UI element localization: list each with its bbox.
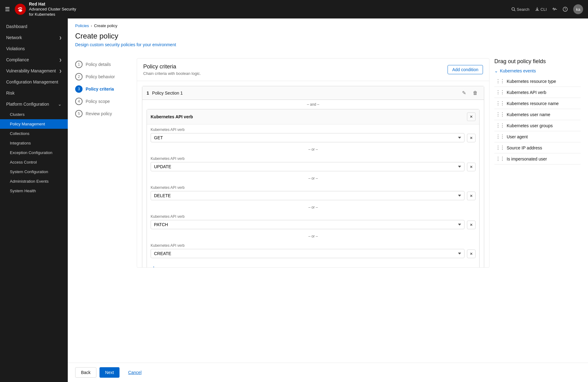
remove-verb-3-button[interactable]: ✕ [467, 192, 476, 200]
breadcrumb: Policies › Create policy [75, 23, 581, 28]
verb-select-2[interactable]: GET POST PUT DELETE PATCH UPDATE CREATE [151, 162, 464, 171]
app-logo: Red Hat Advanced Cluster Security for Ku… [15, 1, 511, 17]
step-2: 2 Policy behavior [75, 71, 131, 83]
step-5: 5 Review policy [75, 108, 131, 120]
edit-section-button[interactable]: ✎ [460, 89, 468, 96]
app-subtitle: for Kubernetes [29, 12, 76, 17]
field-label: Kubernetes user name [507, 112, 550, 117]
field-item-k8s-resource-name[interactable]: ⋮⋮ Kubernetes resource name [494, 98, 581, 109]
field-item-is-impersonated-user[interactable]: ⋮⋮ Is impersonated user [494, 153, 581, 165]
remove-verb-2-button[interactable]: ✕ [467, 163, 476, 171]
help-icon[interactable]: ? [563, 7, 568, 12]
field-item-k8s-resource-type[interactable]: ⋮⋮ Kubernetes resource type [494, 76, 581, 87]
verb-card-header: Kubernetes API verb ✕ [147, 109, 479, 124]
delete-section-button[interactable]: 🗑 [471, 90, 480, 96]
field-group-header[interactable]: ⌄ Kubernetes events [494, 68, 581, 73]
criteria-subtitle: Chain criteria with boolean logic. [143, 71, 201, 76]
remove-verb-1-button[interactable]: ✕ [467, 134, 476, 142]
field-label: Kubernetes resource name [507, 101, 559, 106]
sidebar-item-access-control[interactable]: Access Control [0, 157, 68, 167]
verb-card: Kubernetes API verb ✕ Kubernetes API ver… [147, 109, 480, 267]
section-num: 1 [147, 91, 149, 96]
step-5-label: Review policy [86, 111, 112, 116]
sidebar-item-dashboard[interactable]: Dashboard [0, 21, 68, 32]
verb-row-3: Kubernetes API verb GET POST PUT DELETE … [147, 182, 479, 203]
verb-row-4: Kubernetes API verb GET POST PUT DELETE … [147, 211, 479, 232]
sidebar-item-administration-events[interactable]: Administration Events [0, 177, 68, 186]
chevron-right-icon: ❯ [59, 69, 62, 73]
page-title: Create policy [75, 32, 581, 40]
search-action[interactable]: Search [511, 7, 529, 12]
field-item-source-ip-address[interactable]: ⋮⋮ Source IP address [494, 142, 581, 153]
redhat-logo-icon [15, 4, 26, 15]
field-item-user-agent[interactable]: ⋮⋮ User agent [494, 131, 581, 142]
step-3-label: Policy criteria [86, 87, 114, 91]
verb-row-1: Kubernetes API verb GET POST PUT DELETE … [147, 124, 479, 145]
sidebar-item-collections[interactable]: Collections [0, 129, 68, 138]
verb-select-3[interactable]: GET POST PUT DELETE PATCH UPDATE CREATE [151, 191, 464, 200]
field-item-k8s-api-verb[interactable]: ⋮⋮ Kubernetes API verb [494, 87, 581, 98]
field-label: Kubernetes user groups [507, 123, 553, 128]
verb-select-4[interactable]: GET POST PUT DELETE PATCH UPDATE CREATE [151, 220, 464, 229]
field-label: Source IP address [507, 145, 542, 150]
verb-label-2: Kubernetes API verb [151, 156, 464, 161]
verb-select-5[interactable]: GET POST PUT DELETE PATCH UPDATE CREATE [151, 249, 464, 258]
or-label-1: – or – [147, 145, 479, 153]
add-condition-button[interactable]: Add condition [448, 65, 483, 74]
svg-line-3 [514, 10, 515, 11]
sidebar-item-configuration-management[interactable]: Configuration Management [0, 76, 68, 87]
breadcrumb-current: Create policy [94, 23, 117, 28]
cancel-button[interactable]: Cancel [123, 367, 147, 378]
verb-label-3: Kubernetes API verb [151, 185, 464, 190]
fields-title: Drag out policy fields [494, 58, 581, 65]
verb-label-1: Kubernetes API verb [151, 128, 464, 132]
sidebar-item-clusters[interactable]: Clusters [0, 110, 68, 119]
verb-field-4: Kubernetes API verb GET POST PUT DELETE … [151, 214, 464, 229]
drag-icon: ⋮⋮ [496, 89, 504, 95]
section-body: – and – Kubernetes API verb ✕ [142, 100, 484, 267]
field-item-k8s-user-name[interactable]: ⋮⋮ Kubernetes user name [494, 109, 581, 120]
drag-icon: ⋮⋮ [496, 123, 504, 128]
verb-select-1[interactable]: GET POST PUT DELETE PATCH UPDATE CREATE [151, 133, 464, 142]
sidebar-item-violations[interactable]: Violations [0, 43, 68, 54]
sidebar-item-system-health[interactable]: System Health [0, 186, 68, 196]
menu-icon[interactable]: ☰ [5, 6, 10, 13]
field-item-k8s-user-groups[interactable]: ⋮⋮ Kubernetes user groups [494, 120, 581, 131]
search-icon [511, 7, 516, 11]
svg-point-2 [512, 8, 514, 10]
sidebar-item-policy-management[interactable]: Policy Management [0, 119, 68, 129]
verb-label-5: Kubernetes API verb [151, 243, 464, 248]
criteria-header: Policy criteria Chain criteria with bool… [137, 59, 489, 81]
remove-verb-5-button[interactable]: ✕ [467, 250, 476, 258]
step-1: 1 Policy details [75, 58, 131, 71]
user-avatar[interactable]: ka [573, 4, 583, 14]
sidebar-item-vulnerability-management[interactable]: Vulnerability Management ❯ [0, 65, 68, 76]
next-button[interactable]: Next [99, 367, 120, 378]
delete-card-button[interactable]: ✕ [467, 112, 476, 121]
sidebar-item-system-configuration[interactable]: System Configuration [0, 167, 68, 177]
criteria-body: 1 Policy Section 1 ✎ 🗑 – and – Kubernete… [137, 81, 489, 267]
sidebar-item-exception-configuration[interactable]: Exception Configuration [0, 148, 68, 157]
remove-verb-4-button[interactable]: ✕ [467, 221, 476, 229]
pulse-icon[interactable] [552, 7, 557, 12]
step-1-label: Policy details [86, 62, 111, 67]
sidebar-item-risk[interactable]: Risk [0, 87, 68, 99]
back-button[interactable]: Back [75, 367, 96, 378]
svg-text:?: ? [564, 8, 566, 11]
drag-icon: ⋮⋮ [496, 134, 504, 140]
add-value-button[interactable]: + [149, 264, 158, 267]
criteria-panel: Policy criteria Chain criteria with bool… [137, 58, 489, 268]
sidebar-platform-config[interactable]: Platform Configuration ⌄ [0, 99, 68, 110]
topnav-actions: Search CLI ? ka [511, 4, 583, 14]
step-4-num: 4 [75, 98, 83, 105]
or-label-2: – or – [147, 174, 479, 182]
sidebar-item-integrations[interactable]: Integrations [0, 138, 68, 148]
sidebar-item-network[interactable]: Network ❯ [0, 32, 68, 43]
chevron-right-icon: ❯ [59, 36, 62, 39]
cli-action[interactable]: CLI [535, 7, 547, 12]
criteria-title: Policy criteria [143, 63, 201, 70]
sidebar-item-compliance[interactable]: Compliance ❯ [0, 54, 68, 65]
step-5-num: 5 [75, 110, 83, 117]
step-4: 4 Policy scope [75, 95, 131, 108]
breadcrumb-parent[interactable]: Policies [75, 23, 89, 28]
